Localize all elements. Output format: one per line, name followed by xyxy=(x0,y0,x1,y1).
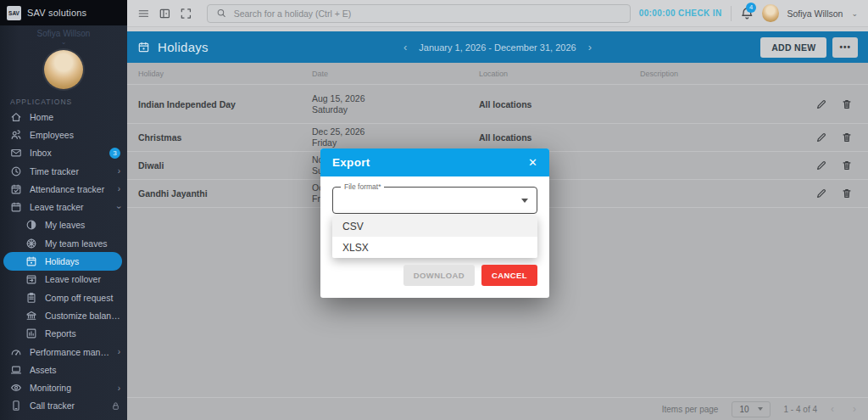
reports-icon xyxy=(25,328,37,339)
delete-icon[interactable] xyxy=(841,98,853,110)
sidebar-item-performance-management[interactable]: Performance management› xyxy=(0,343,127,361)
sidebar-item-employees[interactable]: Employees xyxy=(0,126,127,143)
column-header-location: Location xyxy=(479,70,640,78)
prev-page-button[interactable]: ‹ xyxy=(831,403,834,415)
notifications-bell[interactable]: 4 xyxy=(740,6,754,21)
brand-name: SAV solutions xyxy=(27,8,86,18)
option-xlsx[interactable]: XLSX xyxy=(332,237,537,258)
range-label: 1 - 4 of 4 xyxy=(784,405,817,414)
sidebar-item-holidays[interactable]: Holidays xyxy=(3,252,122,270)
sidebar-item-reports[interactable]: Reports xyxy=(0,325,127,343)
sidebar-item-leave-tracker[interactable]: Leave tracker› xyxy=(0,198,127,216)
chevron-right-icon: › xyxy=(118,384,120,393)
panel-toggle-icon[interactable] xyxy=(159,7,171,20)
assets-icon xyxy=(10,364,22,376)
hamburger-menu-icon[interactable] xyxy=(137,7,150,20)
holiday-date: Dec 25, 2026Friday xyxy=(312,126,479,148)
sidebar-item-time-tracker[interactable]: Time tracker› xyxy=(0,162,127,180)
avatar[interactable] xyxy=(44,50,83,89)
chevron-down-icon xyxy=(758,407,763,411)
avatar[interactable] xyxy=(762,4,778,22)
sidebar-item-call-tracker[interactable]: Call tracker xyxy=(0,397,127,415)
download-button[interactable]: DOWNLOAD xyxy=(403,265,475,286)
leave-tracker-icon xyxy=(10,201,22,213)
holiday-name: Gandhi Jayanthi xyxy=(138,188,312,199)
row-actions xyxy=(797,98,868,110)
sidebar-item-label: Monitoring xyxy=(30,383,110,393)
sidebar-item-label: Performance management xyxy=(30,347,110,357)
edit-icon[interactable] xyxy=(815,188,827,199)
unread-badge: 3 xyxy=(109,148,120,159)
holiday-date: Aug 15, 2026Saturday xyxy=(312,93,479,115)
file-format-select[interactable]: File format* xyxy=(332,187,537,214)
page-size-select[interactable]: 10 xyxy=(732,401,770,417)
date-range-label: January 1, 2026 - December 31, 2026 xyxy=(419,42,576,53)
cancel-button[interactable]: CANCEL xyxy=(481,265,537,286)
performance-icon xyxy=(10,346,22,358)
chevron-down-icon xyxy=(521,199,528,203)
search-input[interactable] xyxy=(234,8,621,19)
sidebar-item-home[interactable]: Home xyxy=(0,108,127,126)
delete-icon[interactable] xyxy=(841,188,853,199)
sidebar-item-label: Employees xyxy=(30,130,120,140)
items-per-page-label: Items per page xyxy=(662,405,719,414)
sidebar-item-monitoring[interactable]: Monitoring› xyxy=(0,378,127,396)
row-actions xyxy=(797,132,868,143)
export-modal: Export ✕ File format* CSVXLSX DOWNLOAD C… xyxy=(320,148,549,298)
option-csv[interactable]: CSV xyxy=(332,216,537,237)
next-page-button[interactable]: › xyxy=(853,403,856,415)
chevron-down-icon: ⌄ xyxy=(0,38,127,46)
edit-icon[interactable] xyxy=(815,98,827,110)
holiday-name: Diwali xyxy=(138,160,312,171)
more-options-button[interactable]: ••• xyxy=(832,37,858,58)
row-actions xyxy=(797,160,868,171)
delete-icon[interactable] xyxy=(841,132,853,143)
chevron-down-icon[interactable]: ⌄ xyxy=(851,9,858,18)
search-box[interactable] xyxy=(207,4,630,23)
pagination-controls: ‹ › xyxy=(831,403,856,415)
divider xyxy=(731,6,732,21)
sidebar-item-label: Holidays xyxy=(45,256,115,266)
sidebar-item-comp-off-request[interactable]: Comp off request xyxy=(0,288,127,306)
delete-icon[interactable] xyxy=(841,160,853,171)
holiday-location: All locations xyxy=(479,99,640,109)
my-leaves-icon xyxy=(25,219,37,231)
balance-icon xyxy=(25,310,37,322)
sidebar-item-label: Assets xyxy=(30,365,120,375)
fullscreen-icon[interactable] xyxy=(180,7,192,20)
search-icon xyxy=(216,8,226,19)
app-root: SAV SAV solutions Sofiya Willson ⌄ APPLI… xyxy=(0,0,868,420)
close-icon[interactable]: ✕ xyxy=(528,157,537,168)
team-leaves-icon xyxy=(25,238,37,249)
table-row[interactable]: Indian Independed DayAug 15, 2026Saturda… xyxy=(127,85,868,124)
checkin-button[interactable]: 00:00:00 CHECK IN xyxy=(639,8,722,18)
edit-icon[interactable] xyxy=(815,132,827,143)
next-period-button[interactable]: › xyxy=(588,41,592,53)
sidebar-item-label: My team leaves xyxy=(45,238,120,249)
sidebar-item-my-team-leaves[interactable]: My team leaves xyxy=(0,234,127,252)
page-header: Holidays ‹ January 1, 2026 - December 31… xyxy=(127,31,868,63)
sidebar-item-leave-rollover[interactable]: Leave rollover xyxy=(0,271,127,288)
sidebar-item-label: My leaves xyxy=(45,220,120,230)
sidebar-item-label: Home xyxy=(30,112,120,122)
sidebar-item-label: Time tracker xyxy=(30,166,110,176)
sidebar-item-label: Leave rollover xyxy=(45,274,120,284)
sidebar-item-attendance-tracker[interactable]: Attendance tracker› xyxy=(0,180,127,198)
modal-body: File format* CSVXLSX DOWNLOAD CANCEL xyxy=(320,176,549,298)
brand[interactable]: SAV SAV solutions xyxy=(0,0,127,25)
page-title: Holidays xyxy=(158,40,209,54)
holidays-icon xyxy=(25,255,37,267)
sidebar-item-my-leaves[interactable]: My leaves xyxy=(0,216,127,234)
chevron-right-icon: › xyxy=(118,347,120,356)
add-new-button[interactable]: ADD NEW xyxy=(760,37,826,58)
inbox-icon xyxy=(10,147,22,159)
user-menu[interactable]: Sofiya Willson xyxy=(787,8,843,19)
notification-badge: 4 xyxy=(746,3,756,13)
sidebar-item-inbox[interactable]: Inbox3 xyxy=(0,144,127,162)
paginator: Items per page 10 1 - 4 of 4 ‹ › xyxy=(127,397,868,420)
sidebar-item-customize-balance[interactable]: Customize balance xyxy=(0,306,127,324)
prev-period-button[interactable]: ‹ xyxy=(403,41,407,53)
attendance-icon xyxy=(10,183,22,195)
edit-icon[interactable] xyxy=(815,160,827,171)
sidebar-item-assets[interactable]: Assets xyxy=(0,361,127,378)
